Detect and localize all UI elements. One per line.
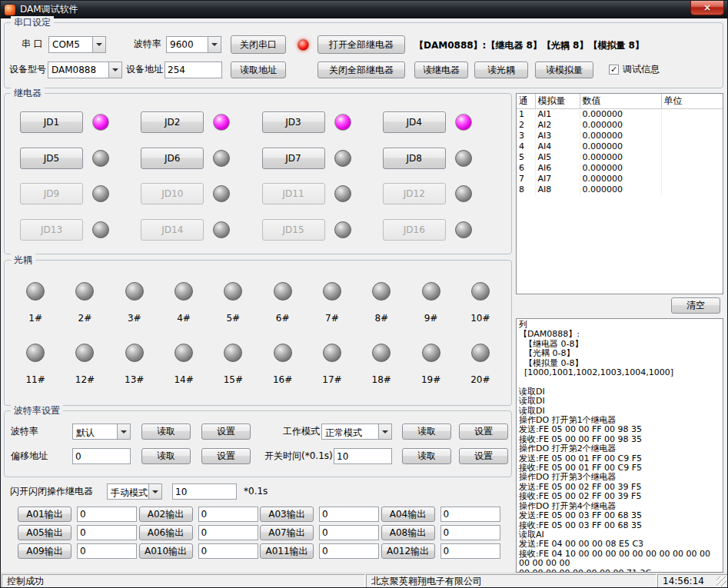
output-input-12[interactable] [440,543,500,559]
analog-table-cell: 0.000000 [580,152,661,163]
output-input-8[interactable] [440,525,500,540]
statusbar: 控制成功 北京聚英翱翔电子有限公司 14:56:14 [1,573,728,588]
switch-time-label: 开关时间(*0.1s) [264,447,333,465]
relay-button-jd5[interactable]: JD5 [20,148,83,169]
output-button-7[interactable]: A07输出 [260,525,314,540]
relay-button-jd3[interactable]: JD3 [262,111,325,133]
relay-button-jd13: JD13 [20,219,83,241]
output-button-8[interactable]: A08输出 [381,525,435,540]
col-channel: 通 [517,94,535,109]
log-line: 发送:FE 05 00 00 FF 00 98 35 [519,425,720,434]
output-cell: A02输出 [139,507,261,522]
analog-table-cell: 1 [517,109,535,120]
output-button-5[interactable]: A05输出 [18,525,71,540]
baud-set-button[interactable]: 设置 [201,424,251,440]
chevron-down-icon [211,43,218,46]
port-select[interactable]: COM5 [48,36,106,53]
output-input-2[interactable] [198,507,258,522]
debug-info-checkbox[interactable]: ✓ 调试信息 [609,64,660,75]
baud-setting-select[interactable]: 默认 [72,424,131,440]
relay-button-jd7[interactable]: JD7 [262,148,325,169]
opto-label: 15# [224,374,243,385]
relay-button-jd8[interactable]: JD8 [383,148,446,169]
switch-time-read-button[interactable]: 读取 [402,448,451,464]
output-button-4[interactable]: A04输出 [381,507,435,522]
relay-button-jd1[interactable]: JD1 [20,111,83,133]
relay-button-jd4[interactable]: JD4 [383,111,446,133]
work-mode-select[interactable]: 正常模式 [321,424,392,440]
work-mode-arrow[interactable] [378,424,391,439]
output-button-9[interactable]: A09输出 [18,543,71,559]
relay-cell: JD16 [383,219,504,241]
read-opto-button[interactable]: 读光耦 [474,61,528,78]
output-input-10[interactable] [198,543,258,559]
read-analog-button[interactable]: 读模拟量 [535,61,593,78]
output-input-6[interactable] [198,525,258,540]
relay-led-jd11 [334,185,351,202]
analog-table-cell: AI4 [535,141,580,152]
work-mode-read-button[interactable]: 读取 [402,424,451,440]
model-select[interactable]: DAM0888 [48,61,122,78]
output-input-1[interactable] [77,507,137,522]
switch-time-input[interactable] [334,448,392,464]
baud-select-arrow[interactable] [208,37,221,52]
output-button-1[interactable]: A01输出 [18,507,71,522]
model-select-arrow[interactable] [108,62,121,78]
output-input-9[interactable] [77,543,137,559]
output-button-10[interactable]: A010输出 [139,543,193,559]
work-mode-set-button[interactable]: 设置 [459,424,508,440]
log-line: 发送:FE 04 00 00 00 08 E5 C3 [519,540,720,549]
output-button-12[interactable]: A012输出 [381,543,435,559]
log-line [519,377,720,387]
baud-setting-arrow[interactable] [117,424,130,439]
output-input-11[interactable] [319,543,379,559]
output-input-3[interactable] [319,507,379,522]
device-address-input[interactable] [165,61,222,78]
offset-address-input[interactable] [72,448,131,464]
output-input-4[interactable] [440,507,500,522]
port-label: 串 口 [22,35,43,53]
flash-time-input[interactable] [172,483,237,500]
analog-table-cell: AI8 [535,184,580,195]
baud-read-button[interactable]: 读取 [141,424,191,440]
flash-mode-arrow[interactable] [148,484,161,499]
analog-table-row: 8AI80.000000 [517,184,723,195]
close-serial-button[interactable]: 关闭串口 [231,35,286,54]
output-cell: A05输出 [18,525,139,540]
opto-cell: 8# [357,282,406,324]
relay-led-jd6 [213,150,230,167]
switch-time-set-button[interactable]: 设置 [459,448,508,464]
device-info-text: 【DAM0888】:【继电器 8】【光耦 8】【模拟量 8】 [414,37,644,55]
analog-table-cell: 3 [517,131,535,141]
opto-label: 1# [28,313,42,324]
open-all-relays-button[interactable]: 打开全部继电器 [317,35,405,54]
output-input-7[interactable] [319,525,379,540]
close-button[interactable]: × [690,1,724,15]
flash-relay-section: 闪开闪闭操作继电器 手动模式 *0.1s A01输出A02输出A03输出A04输… [4,479,512,573]
relay-button-jd6[interactable]: JD6 [141,148,204,169]
relay-button-jd9: JD9 [20,183,83,204]
offset-set-button[interactable]: 设置 [201,448,251,464]
output-button-11[interactable]: A011输出 [260,543,314,559]
opto-cell: 5# [208,282,258,324]
clear-button[interactable]: 清空 [671,297,720,314]
baud-select-value: 9600 [167,37,208,52]
read-address-button[interactable]: 读取地址 [231,61,286,78]
resize-grip-icon[interactable] [716,576,726,586]
output-button-3[interactable]: A03输出 [260,507,314,522]
port-select-arrow[interactable] [92,37,105,52]
flash-mode-select[interactable]: 手动模式 [107,483,162,500]
baud-select[interactable]: 9600 [166,36,221,53]
output-button-2[interactable]: A02输出 [139,507,193,522]
titlebar[interactable]: DAM调试软件 [1,1,727,18]
output-button-6[interactable]: A06输出 [139,525,193,540]
debug-log[interactable]: 列【DAM0888】: 【继电器 0-8】 【光耦 0-8】 【模拟量 0-8】… [516,318,723,573]
close-all-relays-button[interactable]: 关闭全部继电器 [317,61,405,78]
relay-button-jd2[interactable]: JD2 [141,111,204,133]
offset-read-button[interactable]: 读取 [141,448,191,464]
opto-label: 13# [125,374,144,385]
output-input-5[interactable] [77,525,137,540]
read-relays-button[interactable]: 读继电器 [414,61,468,78]
opto-label: 14# [174,374,193,385]
baud-setting-label: 波特率 [11,423,38,440]
